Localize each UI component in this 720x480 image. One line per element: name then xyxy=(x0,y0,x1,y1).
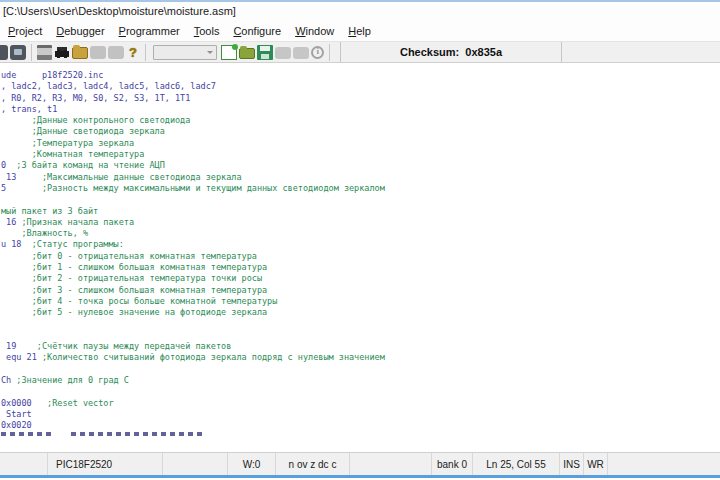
code-line: Start xyxy=(1,409,720,420)
code-line: ;Влажность, % xyxy=(1,228,720,239)
code-line: , ladc2, ladc3, ladc4, ladc5, ladc6, lad… xyxy=(1,81,720,92)
checksum-value: Checksum: 0x835a xyxy=(400,46,502,58)
print-icon[interactable] xyxy=(37,45,52,60)
clipped-text-fragment xyxy=(1,432,53,436)
code-line: 13 ;Максимальные данные светодиода зерка… xyxy=(1,172,720,183)
code-line: 0 ;3 байта команд на чтение АЦП xyxy=(1,160,720,171)
write-mode: WR xyxy=(584,453,608,475)
code-line: мый пакет из 3 байт xyxy=(1,206,720,217)
status-bar: PIC18F2520W:0n ov z dc cbank 0Ln 25, Col… xyxy=(0,452,720,475)
code-line: 19 ;Счётчик паузы между передачей пакето… xyxy=(1,341,720,352)
toolbar-separator xyxy=(145,44,146,61)
window-partial-icon[interactable] xyxy=(0,45,8,60)
code-line: ;бит 4 - точка росы больше комнатной тем… xyxy=(1,296,720,307)
code-editor[interactable]: ude p18f2520.inc, ladc2, ladc3, ladc4, l… xyxy=(0,63,720,452)
status-spacer xyxy=(163,453,228,475)
menu-project[interactable]: Project xyxy=(1,23,49,39)
checksum-panel: Checksum: 0x835a xyxy=(340,42,562,62)
code-line: ;бит 5 - нулевое значение на фотодиоде з… xyxy=(1,307,720,318)
code-line: ;бит 3 - слишком большая комнатная темпе… xyxy=(1,285,720,296)
code-line xyxy=(1,364,720,375)
find-icon[interactable] xyxy=(54,45,70,60)
device-name: PIC18F2520 xyxy=(48,453,163,475)
menu-help[interactable]: Help xyxy=(341,23,378,39)
project-combobox[interactable] xyxy=(153,45,217,60)
stamp-icon-2[interactable] xyxy=(108,46,124,59)
help-icon[interactable] xyxy=(126,45,140,60)
code-line xyxy=(1,319,720,330)
read-icon[interactable] xyxy=(293,47,309,59)
title-bar: [C:\Users\User\Desktop\moisture\moisture… xyxy=(0,2,720,20)
code-line xyxy=(1,386,720,397)
window-bottom-border xyxy=(0,475,720,478)
menu-debugger[interactable]: Debugger xyxy=(49,23,111,39)
code-line: ;Данные контрольного светодиода xyxy=(1,115,720,126)
code-line xyxy=(1,194,720,205)
menu-bar: ProjectDebuggerProgrammerToolsConfigureW… xyxy=(0,20,720,41)
w-register: W:0 xyxy=(228,453,276,475)
mplab-window: [C:\Users\User\Desktop\moisture\moisture… xyxy=(0,0,720,480)
program-icon[interactable] xyxy=(275,47,291,59)
code-line: Ch ;Значение для 0 град С xyxy=(1,375,720,386)
status-spacer xyxy=(0,453,48,475)
new-file-icon[interactable] xyxy=(221,45,237,60)
toolbar-separator xyxy=(329,44,330,61)
line-col-indicator: Ln 25, Col 55 xyxy=(473,453,560,475)
menu-programmer[interactable]: Programmer xyxy=(112,23,187,39)
code-line: ude p18f2520.inc xyxy=(1,70,720,81)
code-line: , R0, R2, R3, M0, S0, S2, S3, 1T, 1T1 xyxy=(1,93,720,104)
info-icon[interactable] xyxy=(311,46,324,59)
bank-indicator: bank 0 xyxy=(432,453,473,475)
code-line: ;бит 1 - слишком большая комнатная темпе… xyxy=(1,262,720,273)
folder-icon[interactable] xyxy=(72,47,88,59)
code-line: , trans, t1 xyxy=(1,104,720,115)
menu-tools[interactable]: Tools xyxy=(187,23,227,39)
code-line: 5 ;Разность между максимальными и текущи… xyxy=(1,183,720,194)
code-line: u 18 ;Статус программы: xyxy=(1,239,720,250)
clipped-text-fragment xyxy=(71,432,203,436)
code-line xyxy=(1,330,720,341)
code-line: 16 ;Признак начала пакета xyxy=(1,217,720,228)
status-spacer xyxy=(608,453,720,475)
ins-mode: INS xyxy=(560,453,584,475)
menu-window[interactable]: Window xyxy=(288,23,341,39)
code-line: ;Температура зеркала xyxy=(1,138,720,149)
menu-configure[interactable]: Configure xyxy=(226,23,288,39)
code-line: ;Комнатная температура xyxy=(1,149,720,160)
open-file-icon[interactable] xyxy=(239,48,255,59)
status-spacer xyxy=(350,453,432,475)
code-line: 0x0020 xyxy=(1,420,720,431)
code-line: ;бит 2 - отрицательная температура точки… xyxy=(1,273,720,284)
code-line: ;бит 0 - отрицательная комнатная темпера… xyxy=(1,251,720,262)
code-line: 0x0000 ;Reset vector xyxy=(1,398,720,409)
save-icon[interactable] xyxy=(257,45,273,60)
code-line: ;Данные светодиода зеркала xyxy=(1,126,720,137)
toolbar-separator xyxy=(31,44,32,61)
flag-bits: n ov z dc c xyxy=(276,453,350,475)
code-line: equ 21 ;Количество считываний фотодиода … xyxy=(1,352,720,363)
stamp-icon-1[interactable] xyxy=(90,46,106,59)
paste-icon[interactable] xyxy=(10,45,26,60)
clipped-code-line xyxy=(1,432,720,443)
toolbar: Checksum: 0x835a xyxy=(0,41,720,63)
window-title: [C:\Users\User\Desktop\moisture\moisture… xyxy=(3,5,236,17)
